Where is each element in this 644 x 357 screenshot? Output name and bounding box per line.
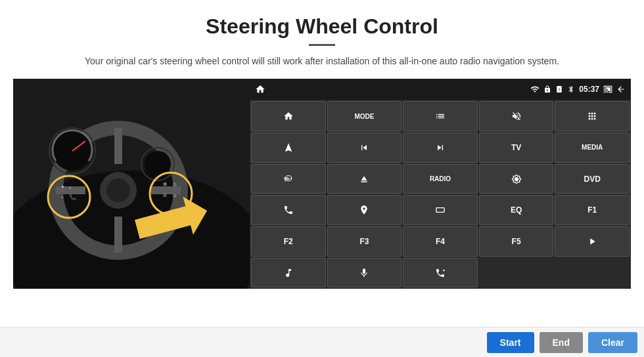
- grid-button-26[interactable]: [327, 258, 402, 288]
- svg-text:⊙: ⊙: [163, 193, 167, 198]
- grid-button-1[interactable]: MODE: [327, 101, 402, 131]
- grid-button-29[interactable]: [555, 258, 630, 288]
- title-divider: [309, 44, 335, 46]
- bluetooth-status-icon: [567, 85, 575, 93]
- status-icons-right: 05:37: [530, 85, 626, 94]
- grid-button-27[interactable]: [403, 258, 478, 288]
- grid-button-9[interactable]: MEDIA: [555, 133, 630, 163]
- status-icons-left: [255, 84, 265, 94]
- control-panel: 05:37 MODETVMEDIA360RADIODVDEQF1F2F3F4F5: [250, 79, 631, 289]
- wifi-status-icon: [530, 85, 540, 94]
- button-grid: MODETVMEDIA360RADIODVDEQF1F2F3F4F5: [250, 100, 631, 289]
- grid-button-17[interactable]: [403, 195, 478, 225]
- content-area: + ♪ - 📞 ⚙ ◇ ⊙ ◇: [13, 79, 631, 289]
- start-button[interactable]: Start: [487, 332, 534, 353]
- grid-button-28[interactable]: [479, 258, 554, 288]
- car-image: + ♪ - 📞 ⚙ ◇ ⊙ ◇: [13, 79, 250, 289]
- grid-button-23[interactable]: F5: [479, 226, 554, 257]
- grid-button-15[interactable]: [251, 195, 326, 225]
- grid-button-10[interactable]: 360: [251, 164, 326, 194]
- page-title: Steering Wheel Control: [0, 0, 644, 39]
- grid-button-4[interactable]: [555, 101, 630, 131]
- steering-wheel-svg: + ♪ - 📞 ⚙ ◇ ⊙ ◇: [13, 79, 250, 289]
- svg-text:+: +: [61, 184, 64, 190]
- svg-text:📞: 📞: [69, 193, 77, 201]
- back-status-icon: [616, 85, 626, 94]
- svg-point-8: [106, 178, 130, 202]
- grid-button-19[interactable]: F1: [555, 195, 630, 225]
- svg-text:-: -: [61, 194, 63, 200]
- grid-button-24[interactable]: [555, 226, 630, 257]
- end-button[interactable]: End: [540, 332, 583, 353]
- grid-button-6[interactable]: [327, 133, 402, 163]
- grid-button-22[interactable]: F4: [403, 226, 478, 257]
- svg-text:♪: ♪: [69, 185, 72, 190]
- lock-status-icon: [543, 85, 551, 93]
- svg-text:⚙: ⚙: [163, 182, 167, 186]
- grid-button-8[interactable]: TV: [479, 133, 554, 163]
- status-bar: 05:37: [250, 79, 631, 100]
- status-time: 05:37: [579, 85, 599, 94]
- grid-button-11[interactable]: [327, 164, 402, 194]
- grid-button-20[interactable]: F2: [251, 226, 326, 257]
- grid-button-5[interactable]: [251, 133, 326, 163]
- sim-status-icon: [555, 85, 563, 93]
- grid-button-18[interactable]: EQ: [479, 195, 554, 225]
- grid-button-13[interactable]: [479, 164, 554, 194]
- grid-button-12[interactable]: RADIO: [403, 164, 478, 194]
- grid-button-7[interactable]: [403, 133, 478, 163]
- grid-button-2[interactable]: [403, 101, 478, 131]
- grid-button-25[interactable]: [251, 258, 326, 288]
- cast-status-icon: [603, 85, 612, 94]
- clear-button[interactable]: Clear: [588, 332, 637, 353]
- grid-button-14[interactable]: DVD: [555, 164, 630, 194]
- subtitle: Your original car's steering wheel contr…: [0, 54, 644, 68]
- grid-button-21[interactable]: F3: [327, 226, 402, 257]
- grid-button-16[interactable]: [327, 195, 402, 225]
- grid-button-0[interactable]: [251, 101, 326, 131]
- home-icon: [255, 84, 265, 94]
- svg-rect-26: [436, 208, 444, 213]
- bottom-bar: Start End Clear: [0, 327, 644, 357]
- grid-button-3[interactable]: [479, 101, 554, 131]
